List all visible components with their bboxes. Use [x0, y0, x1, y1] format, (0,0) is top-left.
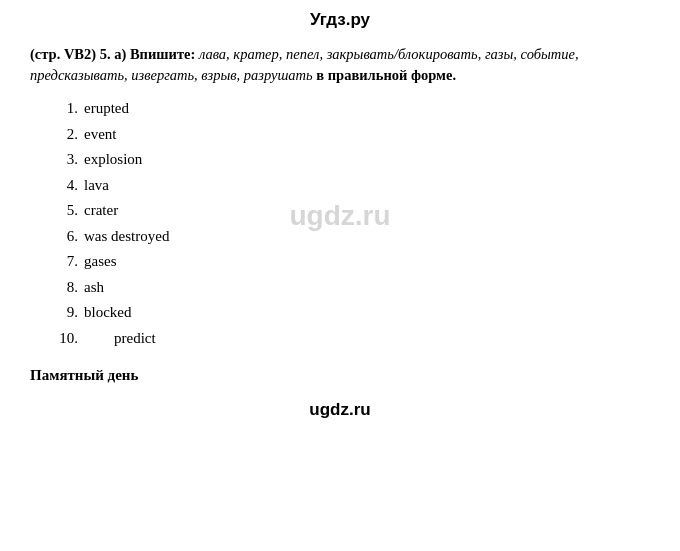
list-item: 2. event [50, 122, 650, 148]
item-number: 3. [50, 147, 78, 173]
list-item: 7. gases [50, 249, 650, 275]
site-title: Угдз.ру [30, 10, 650, 30]
item-number: 8. [50, 275, 78, 301]
list-item: 4. lava [50, 173, 650, 199]
item-number: 4. [50, 173, 78, 199]
task-header-bold: (стр. VB2) 5. а) Впишите: [30, 46, 195, 62]
item-answer: predict [114, 326, 156, 352]
task-header: (стр. VB2) 5. а) Впишите: лава, кратер, … [30, 44, 650, 86]
section-title: Памятный день [30, 367, 650, 384]
list-item: 1. erupted [50, 96, 650, 122]
bottom-watermark: ugdz.ru [30, 400, 650, 420]
list-item: 8. ash [50, 275, 650, 301]
page-container: Угдз.ру (стр. VB2) 5. а) Впишите: лава, … [0, 0, 680, 551]
item-answer: blocked [84, 300, 131, 326]
list-item: 6. was destroyed [50, 224, 650, 250]
list-item: 5. crater [50, 198, 650, 224]
list-item: 10. predict [50, 326, 650, 352]
item-answer: erupted [84, 96, 129, 122]
item-number: 1. [50, 96, 78, 122]
item-answer: crater [84, 198, 118, 224]
item-answer: ash [84, 275, 104, 301]
item-number: 7. [50, 249, 78, 275]
item-number: 10. [50, 326, 78, 352]
task-header-end: в правильной форме. [313, 67, 456, 83]
item-answer: gases [84, 249, 117, 275]
answer-list: 1. erupted 2. event 3. explosion 4. lava… [50, 96, 650, 351]
item-answer: explosion [84, 147, 142, 173]
item-number: 2. [50, 122, 78, 148]
item-number: 5. [50, 198, 78, 224]
item-answer: was destroyed [84, 224, 169, 250]
list-item: 9. blocked [50, 300, 650, 326]
item-number: 6. [50, 224, 78, 250]
list-item: 3. explosion [50, 147, 650, 173]
item-answer: event [84, 122, 116, 148]
item-answer: lava [84, 173, 109, 199]
item-number: 9. [50, 300, 78, 326]
